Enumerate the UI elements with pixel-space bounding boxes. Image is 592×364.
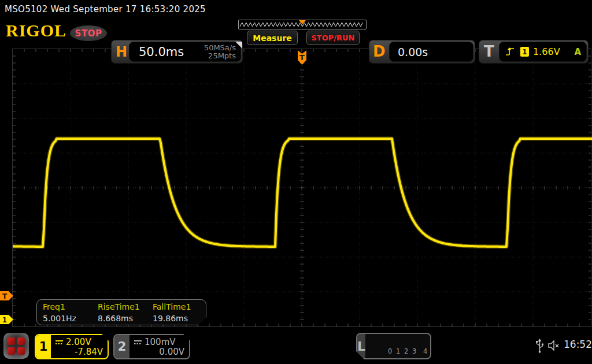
measurement-name: FallTime1 <box>153 302 206 314</box>
logic-channels-badge[interactable]: L 0 1 2 3 4 5 6 7 8 9 1011 12131415 <box>356 333 431 359</box>
horizontal-timebase-block[interactable]: H 50.0ms 50MSa/s 25Mpts <box>111 40 243 64</box>
timebase-field: 50.0ms 50MSa/s 25Mpts <box>129 42 241 62</box>
horizontal-label: H <box>116 44 127 60</box>
delay-value: 0.00s <box>398 46 428 58</box>
clock: 16:52 <box>564 339 592 350</box>
channel2-scale: 100mV <box>145 337 176 347</box>
trigger-block[interactable]: T 1 1.66V A <box>479 40 589 64</box>
overview-position-marker <box>299 20 306 24</box>
channel1-info: 2.00V -7.84V <box>51 335 108 358</box>
channel2-number: 2 <box>114 335 130 358</box>
delay-field: 0.00s <box>389 42 473 62</box>
title-bar: MSO5102 Wed September 17 16:53:20 2025 <box>0 0 592 19</box>
channel1-badge[interactable]: 1 2.00V -7.84V <box>35 334 109 359</box>
trigger-field: 1 1.66V A <box>499 42 587 62</box>
model-and-datetime: MSO5102 Wed September 17 16:53:20 2025 <box>5 4 206 14</box>
channel1-scale: 2.00V <box>66 337 91 347</box>
channel2-badge[interactable]: 2 100mV 0.00V <box>113 334 190 359</box>
logic-channel-numbers: 0 1 2 3 4 5 6 7 8 9 1011 12131415 <box>365 334 431 358</box>
measure-button[interactable]: Measure <box>247 31 298 45</box>
measurement-value: 8.668ms <box>98 314 153 325</box>
measurement-value: 19.86ms <box>153 314 206 325</box>
trigger-level-value: 1.66V <box>533 46 560 57</box>
trigger-label: T <box>484 43 494 60</box>
memory-depth: 25Mpts <box>208 51 236 60</box>
channel1-scale-row: 2.00V <box>55 337 91 347</box>
channel2-scale-row: 100mV <box>134 337 176 347</box>
acquisition-rates: 50MSa/s 25Mpts <box>204 44 236 60</box>
timebase-value: 50.0ms <box>139 45 184 59</box>
measurement-value: 5.001Hz <box>43 314 98 325</box>
menu-dot <box>8 337 15 345</box>
trigger-slope-icon <box>505 47 516 57</box>
top-toolbar: RIGOL STOP H 50.0ms 50MSa/s 25Mpts Measu… <box>0 19 592 46</box>
rigol-logo: RIGOL <box>6 21 66 40</box>
bottom-status-bar: 1 2.00V -7.84V 2 100mV 0.00V <box>0 329 592 364</box>
channel1-offset: -7.84V <box>75 347 103 357</box>
menu-dot <box>17 347 25 355</box>
waveform-overview-strip[interactable] <box>238 20 367 29</box>
speaker-muted-icon <box>547 340 561 351</box>
delay-block[interactable]: D 0.00s <box>369 40 475 64</box>
corner-fold-icon <box>235 42 242 49</box>
dc-coupling-icon <box>134 339 142 345</box>
stop-run-button[interactable]: STOP/RUN <box>306 31 360 45</box>
channel2-offset: 0.00V <box>159 347 184 357</box>
usb-icon <box>535 338 545 353</box>
trigger-sweep-mode: A <box>574 47 581 57</box>
logic-row1: 0 1 2 3 4 5 6 7 <box>388 347 431 355</box>
function-menu-icon[interactable] <box>3 333 29 359</box>
measurement-name: RiseTime1 <box>98 302 153 314</box>
channel1-number: 1 <box>36 335 51 358</box>
logic-label: L <box>357 334 365 358</box>
delay-label: D <box>373 43 386 60</box>
measurement-results-panel[interactable]: Freq1 RiseTime1 FallTime1 5.001Hz 8.668m… <box>36 299 206 325</box>
dc-coupling-icon <box>55 339 64 345</box>
menu-dot <box>17 337 25 345</box>
menu-dot <box>8 347 15 355</box>
acquisition-status-badge: STOP <box>70 25 107 41</box>
waveform-display-area <box>0 46 592 329</box>
channel2-info: 100mV 0.00V <box>130 335 189 358</box>
trigger-source-badge: 1 <box>520 47 529 57</box>
measurement-name: Freq1 <box>43 302 98 314</box>
